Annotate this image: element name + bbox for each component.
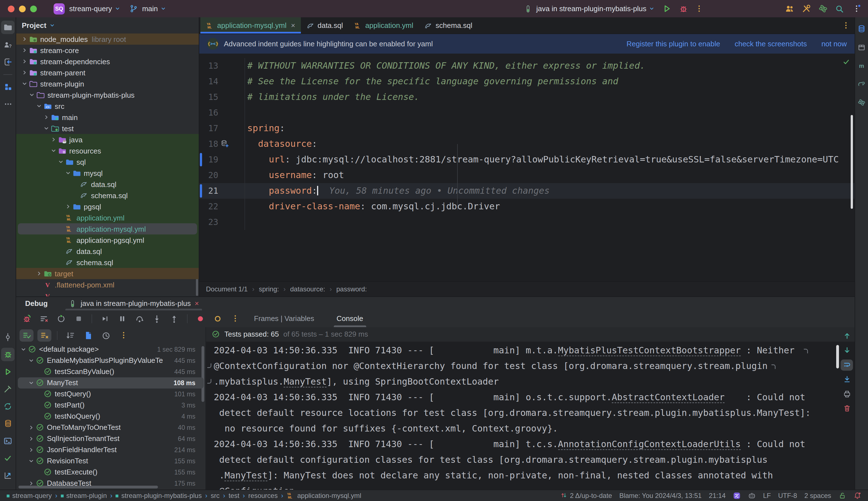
trash-button[interactable] [840, 403, 853, 414]
console-link[interactable]: ManyTest [225, 470, 268, 481]
code-with-me-button[interactable] [783, 2, 795, 15]
tab-options-button[interactable] [842, 21, 850, 30]
editor-tab[interactable]: YAMLapplication.yml [349, 17, 419, 33]
status-breadcrumb-item[interactable]: test [228, 492, 239, 500]
ai-assistant-button[interactable] [817, 2, 829, 15]
breadcrumb-item[interactable]: password: [336, 285, 367, 293]
editor-gutter[interactable]: 14 [199, 74, 245, 89]
show-exec-button[interactable] [99, 312, 111, 324]
project-tree-item[interactable]: <>src [16, 100, 199, 111]
editor-gutter[interactable]: 15 [199, 89, 245, 105]
editor-line[interactable]: 18 datasource: [199, 136, 855, 152]
project-tree-item[interactable]: resources [16, 145, 199, 156]
hammer-tool-button[interactable] [1, 382, 14, 395]
status-widget[interactable] [838, 492, 846, 500]
branch-selector[interactable]: main [129, 4, 166, 13]
settings-menu-button[interactable] [850, 2, 862, 15]
services-tool-button[interactable] [1, 399, 14, 413]
rerun-debug-button[interactable] [21, 312, 33, 324]
project-tree-item[interactable]: stream-parent [16, 67, 199, 78]
zoom-window-button[interactable] [30, 5, 37, 12]
test-tree-item[interactable]: testPart()3 ms [16, 399, 205, 411]
banner-link[interactable]: check the screenshots [735, 40, 807, 48]
terminal-tool-button[interactable] [1, 434, 14, 447]
test-tree-item[interactable]: testNoQuery()4 ms [16, 411, 205, 422]
printer-button[interactable] [840, 388, 853, 399]
more-y-button[interactable] [117, 329, 131, 341]
status-widget[interactable] [854, 492, 861, 500]
test-tree-item[interactable]: testExecute()155 ms [16, 466, 205, 478]
arrow-down-button[interactable] [840, 345, 853, 356]
editor-line[interactable]: 14# See the License for the specific lan… [199, 74, 855, 89]
status-widget[interactable]: Blame: You 2024/4/3, 13:51 [619, 492, 701, 500]
editor-line[interactable]: 20 username: root [199, 168, 855, 183]
project-tree-item[interactable]: ☕java [16, 134, 199, 145]
datasource-gutter-icon[interactable] [221, 140, 229, 148]
status-widget[interactable]: 2 spaces [804, 492, 831, 500]
project-tree-item[interactable]: stream-dependencies [16, 56, 199, 67]
commit-node-tool-button[interactable] [1, 330, 14, 344]
console-link[interactable]: AbstractContextLoader [612, 392, 725, 403]
project-tree-item[interactable]: data.sql [16, 246, 199, 257]
check-green-tool-button[interactable] [1, 451, 14, 465]
project-tree-item[interactable]: main [16, 111, 199, 123]
project-tree-item[interactable]: V.flattened-pom.xml [16, 279, 199, 290]
banner-link[interactable]: Register this plugin to enable [626, 40, 720, 48]
banner-link[interactable]: not now [822, 40, 847, 48]
step-out-button[interactable] [168, 312, 180, 324]
status-breadcrumb-item[interactable]: src [211, 492, 219, 500]
step-over-button[interactable] [133, 312, 146, 324]
run-configuration-selector[interactable]: java in stream-plugin-mybatis-plus [524, 4, 655, 13]
editor-gutter[interactable]: 17 [199, 120, 245, 136]
project-tree-item[interactable]: V [16, 290, 199, 296]
status-widget[interactable]: LF [763, 492, 771, 500]
project-tree-item[interactable]: YAMLapplication-pgsql.yml [16, 234, 199, 246]
list-check-button[interactable] [20, 329, 33, 341]
box-tool-button[interactable] [855, 40, 868, 54]
test-tree-item[interactable]: DatabaseTest175 ms [16, 478, 205, 489]
close-icon[interactable]: × [194, 299, 199, 308]
status-breadcrumb-item[interactable]: stream-query [7, 492, 52, 500]
editor-gutter[interactable]: 20 [199, 168, 245, 183]
project-tree-item[interactable]: pgsql [16, 201, 199, 212]
inspections-widget[interactable] [842, 58, 850, 66]
project-tree-item[interactable]: data.sql [16, 179, 199, 190]
editor-gutter[interactable]: 16 [199, 105, 245, 120]
more-run-actions-button[interactable] [693, 2, 705, 15]
more-y-button[interactable] [229, 312, 241, 324]
console-output[interactable]: 2024-04-03 14:50:36.335 INFO 71430 --- [… [206, 341, 855, 489]
test-tree-item[interactable]: EnableMybatisPlusPluginByValueTe445 ms [16, 355, 205, 366]
structure-tool-button[interactable] [1, 80, 14, 93]
project-tree-item[interactable]: stream-plugin [16, 78, 199, 89]
editor-gutter[interactable]: 19 [199, 152, 245, 168]
test-tree-item[interactable]: JsonFieldHandlerTest214 ms [16, 444, 205, 455]
list-x-button[interactable] [37, 329, 51, 341]
breadcrumb-item[interactable]: Document 1/1 [206, 285, 248, 293]
editor-line[interactable]: 22 driver-class-name: com.mysql.cj.jdbc.… [199, 199, 855, 214]
sort-button[interactable] [63, 329, 77, 341]
history-button[interactable] [99, 329, 113, 341]
mute-bp-button[interactable] [38, 312, 50, 324]
editor-line[interactable]: 23 [199, 214, 855, 230]
commit-arrow-tool-button[interactable] [1, 55, 14, 69]
editor-gutter[interactable]: 18 [199, 136, 245, 152]
test-tree-item[interactable]: <default package>1 sec 829 ms [16, 344, 205, 355]
more-horizontal-tool-button[interactable] [1, 97, 14, 110]
editor-line[interactable]: 15# limitations under the License. [199, 89, 855, 105]
test-tree-item[interactable]: testScanByValue()445 ms [16, 366, 205, 377]
project-folder-tool-button[interactable] [1, 21, 14, 34]
maven-tool-button[interactable]: m [855, 58, 868, 72]
status-breadcrumb-item[interactable]: stream-plugin [61, 492, 107, 500]
users-question-tool-button[interactable]: ? [1, 38, 14, 51]
project-tree-item[interactable]: stream-plugin-mybatis-plus [16, 89, 199, 100]
profiler-arrow-tool-button[interactable] [1, 469, 14, 482]
chevron-down-icon[interactable] [46, 22, 55, 29]
editor-line[interactable]: 19 url: jdbc:mysql://localhost:2881/stre… [199, 152, 855, 168]
editor-line[interactable]: 13# WITHOUT WARRANTIES OR CONDITIONS OF … [199, 58, 855, 74]
editor-line[interactable]: 17spring: [199, 120, 855, 136]
play-green-tool-button[interactable] [1, 365, 14, 378]
status-widget[interactable] [733, 492, 741, 500]
bp-ring-button[interactable] [212, 312, 224, 324]
status-breadcrumb-item[interactable]: resources [248, 492, 278, 500]
status-breadcrumb-item[interactable]: YAMLapplication-mysql.yml [287, 492, 361, 500]
